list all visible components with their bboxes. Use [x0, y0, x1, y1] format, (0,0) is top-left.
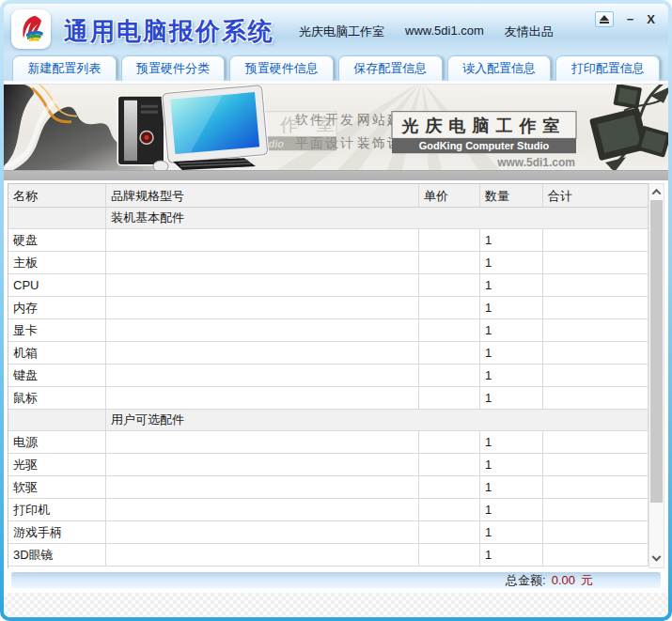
part-brand-cell[interactable] — [106, 431, 419, 454]
part-qty-cell[interactable]: 1 — [480, 431, 543, 454]
part-price-cell[interactable] — [419, 252, 480, 274]
part-qty-cell[interactable]: 1 — [480, 387, 543, 410]
part-qty-cell[interactable]: 1 — [480, 229, 543, 252]
banner-bottom-bar — [4, 170, 668, 180]
rollup-icon — [600, 15, 609, 21]
part-qty-cell[interactable]: 1 — [480, 274, 543, 297]
part-qty-cell[interactable]: 1 — [480, 342, 543, 365]
part-qty-cell[interactable]: 1 — [480, 476, 543, 499]
part-name-cell: 硬盘 — [8, 229, 106, 252]
tab-preset-category[interactable]: 预置硬件分类 — [121, 55, 226, 81]
tab-load-config[interactable]: 读入配置信息 — [447, 55, 552, 81]
part-total-cell — [543, 252, 649, 274]
part-brand-cell[interactable] — [106, 274, 419, 297]
title-bar: 通用电脑报价系统 光庆电脑工作室 www.5di1.com 友情出品 − X — [4, 4, 668, 53]
part-price-cell[interactable] — [419, 544, 480, 567]
part-brand-cell[interactable] — [106, 342, 419, 365]
part-brand-cell[interactable] — [106, 454, 419, 476]
part-name-cell: 内存 — [8, 297, 106, 319]
part-name-cell: 主板 — [8, 252, 106, 274]
part-qty-cell[interactable]: 1 — [480, 365, 543, 387]
part-qty-cell[interactable]: 1 — [480, 544, 543, 567]
part-name-cell: 软驱 — [8, 476, 106, 499]
part-price-cell[interactable] — [419, 319, 480, 342]
part-brand-cell[interactable] — [106, 387, 419, 410]
currency-unit: 元 — [581, 572, 593, 589]
app-title: 通用电脑报价系统 — [64, 19, 274, 49]
scrollbar-thumb[interactable] — [650, 200, 663, 503]
part-price-cell[interactable] — [419, 431, 480, 454]
part-price-cell[interactable] — [419, 499, 480, 521]
part-brand-cell[interactable] — [106, 544, 419, 567]
part-brand-cell[interactable] — [106, 297, 419, 319]
banner-studio-en: GodKing Computer Studio — [419, 140, 550, 151]
part-price-cell[interactable] — [419, 387, 480, 410]
part-total-cell — [543, 431, 649, 454]
close-button[interactable]: X — [647, 13, 655, 25]
tab-new-config[interactable]: 新建配置列表 — [12, 55, 117, 81]
part-qty-cell[interactable]: 1 — [480, 297, 543, 319]
part-name-cell: 电源 — [8, 431, 106, 454]
part-price-cell[interactable] — [419, 521, 480, 544]
section-title-cell: 用户可选配件 — [106, 410, 649, 431]
part-name-cell: 鼠标 — [8, 387, 106, 410]
part-qty-cell[interactable]: 1 — [480, 454, 543, 476]
tab-print-config[interactable]: 打印配置信息 — [555, 55, 660, 81]
scroll-down-button[interactable] — [649, 551, 664, 567]
part-brand-cell[interactable] — [106, 521, 419, 544]
part-qty-cell[interactable]: 1 — [480, 319, 543, 342]
part-price-cell[interactable] — [419, 229, 480, 252]
minimize-button[interactable]: − — [627, 13, 634, 25]
tab-preset-info[interactable]: 预置硬件信息 — [229, 55, 334, 81]
subtitle-credit: 友情出品 — [505, 23, 554, 40]
section-title-cell: 装机基本配件 — [106, 208, 649, 229]
footer-texture — [4, 593, 668, 617]
app-logo-icon — [11, 9, 51, 49]
part-brand-cell[interactable] — [106, 476, 419, 499]
status-bar: 总金额: 0.00 元 — [11, 572, 661, 588]
part-total-cell — [543, 387, 649, 410]
part-total-cell — [543, 229, 649, 252]
part-qty-cell[interactable]: 1 — [480, 499, 543, 521]
table-scrollbar[interactable] — [649, 183, 664, 568]
part-brand-cell[interactable] — [106, 252, 419, 274]
chevron-down-icon — [652, 552, 662, 562]
part-qty-cell[interactable]: 1 — [480, 252, 543, 274]
part-total-cell — [543, 454, 649, 476]
part-total-cell — [543, 544, 649, 567]
part-total-cell — [543, 365, 649, 387]
rollup-button[interactable] — [595, 11, 614, 27]
app-window: 通用电脑报价系统 光庆电脑工作室 www.5di1.com 友情出品 − X 新… — [0, 0, 672, 621]
part-brand-cell[interactable] — [106, 499, 419, 521]
window-inner: 通用电脑报价系统 光庆电脑工作室 www.5di1.com 友情出品 − X 新… — [4, 4, 668, 617]
part-brand-cell[interactable] — [106, 229, 419, 252]
window-controls: − X — [595, 11, 655, 27]
part-total-cell — [543, 521, 649, 544]
part-price-cell[interactable] — [419, 454, 480, 476]
total-label: 总金额: — [506, 572, 546, 589]
part-total-cell — [543, 319, 649, 342]
part-name-cell: CPU — [8, 274, 106, 297]
part-price-cell[interactable] — [419, 365, 480, 387]
tab-save-config[interactable]: 保存配置信息 — [338, 55, 443, 81]
banner-service-1: 软件开发 — [294, 112, 355, 127]
part-name-cell: 键盘 — [8, 365, 106, 387]
part-qty-cell[interactable]: 1 — [480, 521, 543, 544]
table-area: 名称 品牌规格型号 单价 数量 合计 装机基本配件硬盘1主板1CPU1内存1显卡… — [4, 180, 668, 568]
part-price-cell[interactable] — [419, 476, 480, 499]
scrollbar-track[interactable] — [649, 200, 664, 551]
part-name-cell: 光驱 — [8, 454, 106, 476]
part-name-cell: 游戏手柄 — [8, 521, 106, 544]
column-header-qty: 数量 — [480, 184, 543, 208]
part-name-cell: 打印机 — [8, 499, 106, 521]
part-brand-cell[interactable] — [106, 319, 419, 342]
banner-graphic: 工 作 室 uter Studio — [4, 85, 668, 170]
banner-studio-url: www.5di1.com — [496, 156, 575, 169]
section-name-cell — [8, 410, 106, 431]
scroll-up-button[interactable] — [649, 184, 664, 200]
part-price-cell[interactable] — [419, 274, 480, 297]
part-brand-cell[interactable] — [106, 365, 419, 387]
part-price-cell[interactable] — [419, 297, 480, 319]
column-header-brand: 品牌规格型号 — [106, 184, 419, 208]
part-price-cell[interactable] — [419, 342, 480, 365]
